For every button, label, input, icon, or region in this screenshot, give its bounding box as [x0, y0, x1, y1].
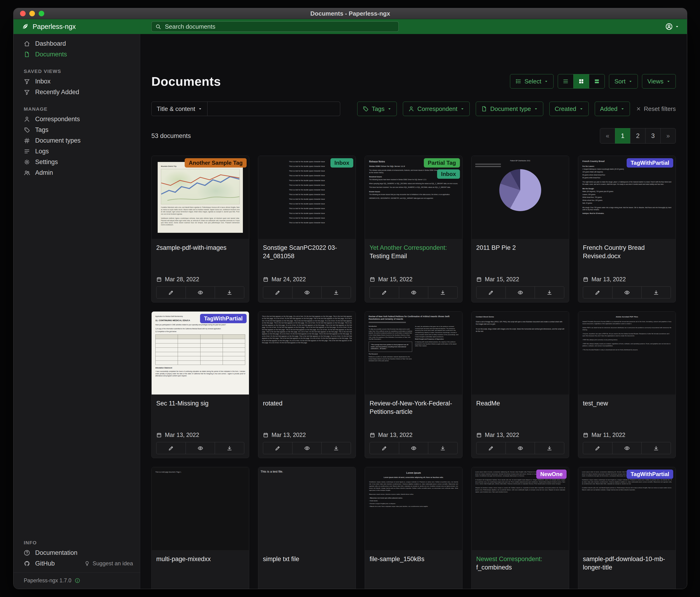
sidebar-item-tags[interactable]: Tags: [14, 124, 140, 135]
sidebar-item-settings[interactable]: Settings: [14, 157, 140, 167]
download-button[interactable]: [535, 286, 564, 298]
sidebar-item-inbox[interactable]: Inbox: [14, 76, 140, 87]
download-button[interactable]: [641, 442, 671, 454]
document-card[interactable]: Lorem ipsumLorem ipsum dolor sit amet, c…: [365, 467, 462, 589]
sidebar-item-admin[interactable]: Admin: [14, 167, 140, 178]
tag-badge[interactable]: Inbox: [437, 169, 460, 179]
sidebar-item-github[interactable]: GitHub: [14, 558, 55, 569]
edit-button[interactable]: [263, 442, 293, 454]
edit-button[interactable]: [583, 442, 612, 454]
user-menu[interactable]: [665, 23, 687, 30]
edit-button[interactable]: [156, 442, 186, 454]
document-thumbnail[interactable]: Mountain District TripCurabitur bibendum…: [152, 156, 249, 239]
tag-badge[interactable]: NewOne: [536, 470, 567, 479]
document-card[interactable]: Lorem ipsum dolor sit amet, consectetur …: [471, 467, 569, 589]
document-thumbnail[interactable]: Contact Sheet DemoGiven a set of image f…: [472, 312, 569, 395]
added-filter-dropdown[interactable]: Added: [595, 102, 630, 116]
sidebar-item-correspondents[interactable]: Correspondents: [14, 114, 140, 124]
edit-button[interactable]: [156, 286, 186, 298]
pagination-page-1[interactable]: 1: [615, 128, 630, 144]
document-thumbnail[interactable]: Lorem ipsum dolor sit amet, consectetur …: [578, 467, 676, 550]
views-dropdown[interactable]: Views: [642, 74, 676, 89]
document-thumbnail[interactable]: Lorem ipsum dolor sit amet, consectetur …: [472, 467, 569, 550]
document-card[interactable]: This is a multi page document. Page 1. m…: [151, 467, 249, 589]
view-button[interactable]: [399, 286, 428, 298]
document-card[interactable]: Adobe Acrobat PDF FilesAdobe® Portable D…: [578, 311, 676, 458]
document-thumbnail[interactable]: This is a multi page document. Page 1.: [152, 467, 249, 550]
download-button[interactable]: [535, 442, 564, 454]
document-title[interactable]: Sec 11-Missing sig: [156, 399, 244, 417]
created-filter-dropdown[interactable]: Created: [549, 102, 589, 116]
filter-text-input[interactable]: [207, 102, 340, 116]
tag-badge[interactable]: TagWithPartial: [627, 470, 673, 479]
view-button[interactable]: [612, 442, 642, 454]
tag-badge[interactable]: TagWithPartial: [627, 158, 673, 168]
document-title[interactable]: 2011 BP Pie 2: [476, 243, 564, 262]
view-detail-button[interactable]: [589, 74, 605, 89]
minimize-button[interactable]: [29, 11, 35, 16]
sort-dropdown[interactable]: Sort: [609, 74, 638, 89]
document-thumbnail[interactable]: This is a test file.: [258, 467, 356, 550]
download-button[interactable]: [641, 286, 671, 298]
download-button[interactable]: [428, 286, 457, 298]
document-type-filter-dropdown[interactable]: Document type: [476, 102, 543, 116]
pagination-prev[interactable]: «: [600, 128, 615, 144]
view-button[interactable]: [505, 286, 535, 298]
pagination-next[interactable]: »: [660, 128, 676, 144]
document-thumbnail[interactable]: Patient BP Distribution 2011: [472, 156, 569, 239]
document-card[interactable]: This is the text that appears on the fir…: [258, 311, 356, 458]
sidebar-item-dashboard[interactable]: Dashboard: [14, 38, 140, 49]
view-button[interactable]: [185, 286, 215, 298]
zoom-button[interactable]: [39, 11, 44, 16]
edit-button[interactable]: [370, 286, 399, 298]
document-thumbnail[interactable]: Release NotesSimba ODBC Driver for SQL S…: [365, 156, 462, 239]
document-title[interactable]: file-sample_150kBs: [370, 555, 457, 573]
document-title[interactable]: test_new: [583, 399, 671, 417]
document-card[interactable]: Release NotesSimba ODBC Driver for SQL S…: [365, 156, 462, 303]
view-button[interactable]: [612, 286, 642, 298]
tag-badge[interactable]: Inbox: [330, 158, 353, 168]
document-thumbnail[interactable]: This is a test for the double space char…: [258, 156, 356, 239]
view-button[interactable]: [292, 442, 322, 454]
info-icon[interactable]: [75, 578, 80, 583]
document-card[interactable]: Lorem ipsum dolor sit amet, consectetur …: [578, 467, 676, 589]
document-card[interactable]: Application for Medical Staff Membership…: [151, 311, 249, 458]
sidebar-item-logs[interactable]: Logs: [14, 146, 140, 157]
view-button[interactable]: [399, 442, 428, 454]
document-card[interactable]: Mountain District TripCurabitur bibendum…: [151, 156, 249, 303]
sidebar-item-recently-added[interactable]: Recently Added: [14, 87, 140, 97]
search-input[interactable]: [165, 23, 395, 30]
close-button[interactable]: [20, 11, 26, 16]
document-thumbnail[interactable]: This is the text that appears on the fir…: [258, 312, 356, 395]
document-card[interactable]: French Country BreadFor the Leaven:1 hea…: [578, 156, 676, 303]
document-title[interactable]: Review-of-New-York-Federal-Petitions-art…: [370, 399, 457, 417]
edit-button[interactable]: [583, 286, 612, 298]
document-card[interactable]: Patient BP Distribution 2011 2011 BP Pie…: [471, 156, 569, 303]
document-title[interactable]: multi-page-mixedxx: [156, 555, 244, 573]
brand[interactable]: Paperless-ngx: [14, 23, 140, 30]
document-correspondent[interactable]: Yet Another Correspondent:: [370, 244, 447, 251]
tag-badge[interactable]: Another Sample Tag: [185, 158, 247, 168]
edit-button[interactable]: [476, 442, 506, 454]
document-title[interactable]: ReadMe: [476, 399, 564, 417]
correspondent-filter-dropdown[interactable]: Correspondent: [403, 102, 470, 116]
document-card[interactable]: Contact Sheet DemoGiven a set of image f…: [471, 311, 569, 458]
document-title[interactable]: simple txt file: [263, 555, 351, 573]
download-button[interactable]: [215, 442, 244, 454]
document-thumbnail[interactable]: Lorem ipsumLorem ipsum dolor sit amet, c…: [365, 467, 462, 550]
document-card[interactable]: This is a test for the double space char…: [258, 156, 356, 303]
edit-button[interactable]: [370, 442, 399, 454]
tag-badge[interactable]: TagWithPartial: [200, 314, 247, 323]
sidebar-item-documentation[interactable]: Documentation: [14, 547, 140, 558]
download-button[interactable]: [321, 442, 351, 454]
sidebar-item-document-types[interactable]: Document types: [14, 135, 140, 146]
view-button[interactable]: [505, 442, 535, 454]
title-content-dropdown[interactable]: Title & content: [151, 102, 207, 116]
document-card[interactable]: This is a test file. simple txt file: [258, 467, 356, 589]
pagination-page-2[interactable]: 2: [630, 128, 646, 144]
document-title[interactable]: Yet Another Correspondent: Testing Email: [370, 243, 457, 262]
document-title[interactable]: French Country Bread Revised.docx: [583, 243, 671, 262]
edit-button[interactable]: [263, 286, 293, 298]
download-button[interactable]: [321, 286, 351, 298]
document-thumbnail[interactable]: Adobe Acrobat PDF FilesAdobe® Portable D…: [578, 312, 676, 395]
